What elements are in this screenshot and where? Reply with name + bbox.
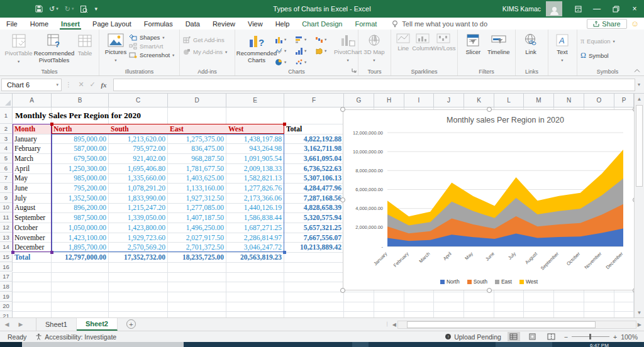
header-total[interactable]: Total (284, 124, 344, 134)
row-header-4[interactable]: 4 (0, 143, 13, 153)
cell-south[interactable]: 1,423,800.00 (109, 223, 168, 233)
name-box-dropdown-icon[interactable]: ▾ (56, 82, 58, 87)
column-header-i[interactable]: I (404, 94, 434, 107)
column-header-p[interactable]: P (614, 94, 634, 107)
cell-month-total[interactable]: 4,828,658.39 (284, 203, 344, 213)
3d-map-button[interactable]: 3D Map▾ (362, 31, 387, 62)
scroll-up-icon[interactable]: ▲ (635, 94, 644, 104)
column-header-h[interactable]: H (374, 94, 404, 107)
cell-south[interactable]: 795,972.00 (109, 143, 168, 153)
column-header-m[interactable]: M (524, 94, 554, 107)
cell-north[interactable]: 587,000.00 (52, 143, 109, 153)
my-addins-button[interactable]: My Add-ins▾ (183, 48, 227, 55)
expand-formula-bar-icon[interactable]: ▾ (638, 82, 644, 87)
legend-item-west[interactable]: West (519, 278, 538, 285)
cell-east[interactable]: 1,403,625.00 (168, 174, 226, 184)
cell-north[interactable]: 795,200.00 (52, 183, 109, 193)
cell-south[interactable]: 1,695,406.80 (109, 163, 168, 174)
cell-west[interactable]: 2,009,138.33 (226, 163, 284, 174)
zoom-slider-thumb[interactable] (589, 334, 591, 339)
avatar[interactable] (546, 1, 562, 16)
cell-region-total[interactable]: 18,235,725.00 (168, 252, 226, 262)
cell-month-total[interactable]: 4,284,477.96 (284, 183, 344, 193)
cell-south[interactable]: 1,335,660.00 (109, 174, 168, 184)
row-header-6[interactable]: 6 (0, 163, 13, 174)
row-header-16[interactable]: 16 (0, 262, 13, 272)
row-header-3[interactable]: 3 (0, 134, 13, 144)
vertical-scroll-thumb[interactable] (636, 105, 643, 187)
row-header-8[interactable]: 8 (0, 183, 13, 193)
tab-page-layout[interactable]: Page Layout (86, 18, 138, 30)
tell-me-box[interactable]: Tell me what you want to do (392, 20, 487, 28)
cell-west[interactable]: 1,277,826.76 (226, 183, 284, 193)
row-header-9[interactable]: 9 (0, 193, 13, 203)
share-button[interactable]: Share (587, 19, 626, 29)
page-layout-view-button[interactable] (526, 332, 539, 341)
chart-resize-handle[interactable] (340, 288, 345, 293)
cell-month-total[interactable]: 5,320,575.94 (284, 212, 344, 223)
normal-view-button[interactable] (508, 332, 520, 341)
zoom-level[interactable]: 100% (621, 333, 638, 341)
cell-south[interactable]: 1,078,291.20 (109, 183, 168, 193)
column-header-d[interactable]: D (168, 94, 226, 107)
row-header-5[interactable]: 5 (0, 153, 13, 163)
row-header-12[interactable]: 12 (0, 223, 13, 233)
column-chart-button[interactable]: ▾ (275, 34, 294, 45)
cell-east[interactable]: 2,701,372.50 (168, 242, 226, 252)
sheet-nav-right-icon[interactable]: ▶ (14, 318, 28, 331)
cell-month[interactable]: May (13, 174, 52, 184)
row-header-2[interactable]: 2 (0, 124, 13, 134)
zoom-in-button[interactable]: + (613, 333, 617, 341)
cell-month[interactable]: August (13, 203, 52, 213)
timeline-button[interactable]: Timeline (486, 31, 512, 56)
cell-south[interactable]: 921,402.00 (109, 153, 168, 163)
column-header-k[interactable]: K (464, 94, 494, 107)
cell-west[interactable]: 3,046,247.72 (226, 242, 284, 252)
chart-legend[interactable]: NorthSouthEastWest (343, 278, 635, 285)
cell-north[interactable]: 1,423,100.00 (52, 233, 109, 243)
cell-south[interactable]: 1,833,990.00 (109, 193, 168, 203)
name-box[interactable]: Chart 6▾ (1, 79, 62, 91)
text-button[interactable]: A Text▾ (552, 31, 573, 62)
cell-south[interactable]: 2,570,569.20 (109, 242, 168, 252)
header-south[interactable]: South (109, 124, 168, 134)
redo-button[interactable]: ↻▾ (65, 5, 74, 13)
cell-south[interactable]: 1,339,050.00 (109, 212, 168, 223)
cell-east[interactable]: 1,277,085.00 (168, 203, 226, 213)
save-button[interactable] (35, 5, 43, 13)
restore-button[interactable] (606, 0, 625, 18)
range-handle[interactable] (283, 123, 286, 126)
ribbon-display-options-button[interactable] (569, 0, 587, 18)
cell-north[interactable]: 1,895,700.00 (52, 242, 109, 252)
redo-dropdown-icon[interactable]: ▾ (72, 6, 74, 11)
header-west[interactable]: West (226, 124, 284, 134)
row-header-19[interactable]: 19 (0, 292, 13, 302)
pivottable-button[interactable]: PivotTable▾ (3, 31, 34, 63)
chart-resize-handle[interactable] (340, 197, 345, 202)
range-handle[interactable] (50, 251, 53, 254)
column-header-e[interactable]: E (226, 94, 284, 107)
cell-month-total[interactable]: 5,657,321.25 (284, 223, 344, 233)
tab-data[interactable]: Data (179, 18, 206, 30)
sparkline-line-button[interactable]: Line (394, 31, 412, 52)
tab-help[interactable]: Help (269, 18, 296, 30)
user-name[interactable]: KIMS Kamac (502, 5, 541, 13)
formula-input[interactable] (113, 79, 635, 91)
column-header-g[interactable]: G (344, 94, 374, 107)
row-header-10[interactable]: 10 (0, 203, 13, 213)
tab-format[interactable]: Format (348, 18, 383, 30)
cell-north[interactable]: 896,200.00 (52, 203, 109, 213)
cell-region-total[interactable]: 12,797,000.00 (52, 252, 109, 262)
cell-month-total[interactable]: 5,307,106.13 (284, 174, 344, 184)
cell-east[interactable]: 968,287.50 (168, 153, 226, 163)
cell-east[interactable]: 836,475.00 (168, 143, 226, 153)
cell-month-total[interactable]: 4,822,192.88 (284, 134, 344, 144)
histogram-chart-button[interactable]: ▾ (295, 45, 314, 57)
sparkline-winloss-button[interactable]: Win/Loss (433, 31, 454, 52)
cell-south[interactable]: 1,215,247.20 (109, 203, 168, 213)
cell-month[interactable]: December (13, 242, 52, 252)
row-header-7[interactable]: 7 (0, 174, 13, 184)
bar-chart-button[interactable]: ▾ (295, 34, 314, 45)
row-header-13[interactable]: 13 (0, 233, 13, 243)
collapse-ribbon-button[interactable] (634, 67, 640, 74)
